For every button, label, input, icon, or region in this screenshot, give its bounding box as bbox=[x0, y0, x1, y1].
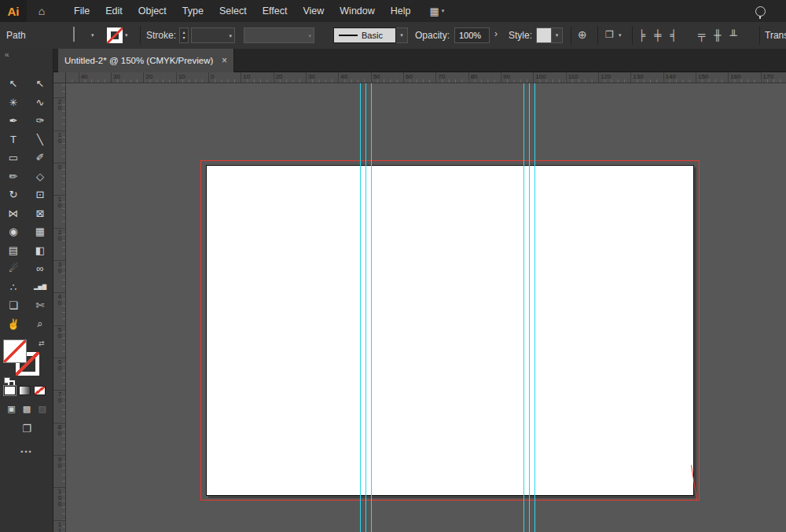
align-top-icon[interactable]: ╤ bbox=[698, 29, 705, 41]
paintbrush-tool[interactable]: ✐ bbox=[29, 150, 51, 166]
style-caret-button[interactable]: ▾ bbox=[552, 28, 563, 43]
width-profile-combo[interactable]: ▾ bbox=[244, 28, 314, 43]
style-swatch[interactable] bbox=[536, 28, 552, 43]
stroke-caret-icon[interactable]: ▾ bbox=[125, 32, 128, 39]
v-ruler-label: 10 bbox=[53, 195, 66, 209]
v-ruler-label: 70 bbox=[53, 390, 66, 404]
app-logo[interactable]: Ai bbox=[0, 0, 27, 22]
opacity-label[interactable]: Opacity: bbox=[415, 30, 450, 41]
arrange-caret-icon[interactable]: ▾ bbox=[619, 32, 622, 39]
direct-selection-tool[interactable]: ↖ bbox=[29, 76, 51, 92]
brush-definition-combo[interactable]: Basic bbox=[333, 28, 396, 43]
eyedropper-tool[interactable]: ☄ bbox=[2, 261, 24, 277]
arrange-documents-icon[interactable]: ❐ bbox=[605, 29, 614, 40]
slice-tool[interactable]: ✄ bbox=[29, 298, 51, 314]
gradient-tool[interactable]: ◧ bbox=[29, 242, 51, 258]
ruler-corner[interactable] bbox=[53, 72, 66, 83]
lasso-tool[interactable]: ∿ bbox=[29, 94, 51, 110]
draw-behind-icon[interactable]: ▩ bbox=[23, 404, 31, 414]
rectangle-tool[interactable]: ▭ bbox=[2, 150, 24, 166]
stroke-weight-combo[interactable]: ▾ bbox=[191, 28, 235, 43]
search-icon[interactable] bbox=[755, 6, 766, 17]
align-left-icon[interactable]: ╞ bbox=[638, 29, 645, 41]
screen-mode-button[interactable]: ❐ bbox=[0, 423, 53, 435]
guide[interactable] bbox=[371, 83, 372, 532]
menu-view[interactable]: View bbox=[295, 0, 332, 22]
home-icon[interactable]: ⌂ bbox=[31, 5, 52, 17]
swap-fill-stroke-icon[interactable]: ⇄ bbox=[39, 339, 45, 347]
rotate-tool[interactable]: ↻ bbox=[2, 187, 24, 203]
globe-icon[interactable]: ⊕ bbox=[578, 28, 587, 41]
zoom-tool[interactable]: ⌕ bbox=[29, 316, 51, 332]
free-transform-tool[interactable]: ⊠ bbox=[29, 205, 51, 221]
opacity-panel-arrow[interactable]: › bbox=[494, 28, 498, 39]
hand-tool[interactable]: ✌ bbox=[2, 316, 24, 332]
opacity-input[interactable]: 100% bbox=[454, 28, 490, 43]
context-label: Path bbox=[6, 30, 26, 41]
align-right-icon[interactable]: ╡ bbox=[670, 29, 677, 41]
blend-tool[interactable]: ∞ bbox=[29, 261, 51, 277]
document-tab[interactable]: Untitled-2* @ 150% (CMYK/Preview) × bbox=[58, 49, 234, 72]
guide[interactable] bbox=[360, 83, 361, 532]
menu-object[interactable]: Object bbox=[130, 0, 174, 22]
align-center-icon[interactable]: ╪ bbox=[654, 29, 661, 41]
magic-wand-tool[interactable]: ✳ bbox=[2, 94, 24, 110]
selection-tool[interactable]: ↖ bbox=[2, 76, 24, 92]
transform-link[interactable]: Transf bbox=[765, 30, 786, 41]
stepper-up-icon[interactable]: ▴ bbox=[182, 30, 185, 35]
curvature-tool[interactable]: ✑ bbox=[29, 113, 51, 129]
type-tool[interactable]: T bbox=[2, 131, 24, 147]
shape-builder-tool[interactable]: ◉ bbox=[2, 224, 24, 240]
draw-normal-icon[interactable]: ▣ bbox=[7, 404, 15, 414]
horizontal-ruler[interactable]: 4030201001020304050607080901001101201301… bbox=[66, 72, 786, 83]
gradient-button[interactable] bbox=[19, 386, 31, 395]
menu-file[interactable]: File bbox=[66, 0, 97, 22]
menu-help[interactable]: Help bbox=[383, 0, 419, 22]
default-fill-stroke-icon[interactable] bbox=[4, 377, 14, 386]
align-middle-icon[interactable]: ╫ bbox=[714, 29, 721, 41]
vertical-ruler[interactable]: 20100102030405060708090100110 bbox=[53, 83, 66, 532]
guide[interactable] bbox=[529, 83, 530, 532]
collapse-panel-button[interactable]: « bbox=[5, 50, 9, 59]
guide[interactable] bbox=[365, 83, 366, 532]
shaper-tool[interactable]: ◇ bbox=[29, 168, 51, 184]
pencil-tool[interactable]: ✏ bbox=[2, 168, 24, 184]
none-button[interactable] bbox=[34, 386, 46, 395]
menu-window[interactable]: Window bbox=[332, 0, 382, 22]
line-segment-tool[interactable]: ╲ bbox=[29, 131, 51, 147]
perspective-grid-tool[interactable]: ▦ bbox=[29, 224, 51, 240]
width-tool[interactable]: ⋈ bbox=[2, 205, 24, 221]
h-ruler-label: 30 bbox=[111, 72, 120, 83]
column-graph-tool[interactable]: ▂▅▇ bbox=[29, 279, 51, 295]
fill-caret-icon[interactable]: ▾ bbox=[91, 32, 94, 39]
draw-inside-icon[interactable]: ▨ bbox=[38, 404, 46, 414]
artboard-tool[interactable]: ❏ bbox=[2, 298, 24, 314]
pen-tool[interactable]: ✒ bbox=[2, 113, 24, 129]
menu-type[interactable]: Type bbox=[174, 0, 211, 22]
menu-select[interactable]: Select bbox=[211, 0, 255, 22]
tab-close-icon[interactable]: × bbox=[222, 55, 227, 66]
fill-color-swatch[interactable] bbox=[73, 27, 75, 42]
scale-tool[interactable]: ⊡ bbox=[29, 187, 51, 203]
workspace-switcher[interactable]: ▦ ▾ bbox=[430, 6, 445, 17]
stroke-color-swatch[interactable] bbox=[107, 28, 123, 43]
h-ruler-label: 90 bbox=[501, 72, 510, 83]
color-button[interactable] bbox=[4, 386, 16, 395]
brush-caret-button[interactable]: ▾ bbox=[396, 28, 408, 43]
align-bottom-icon[interactable]: ╨ bbox=[729, 29, 736, 41]
menu-effect[interactable]: Effect bbox=[255, 0, 296, 22]
guide[interactable] bbox=[523, 83, 524, 532]
menu-edit[interactable]: Edit bbox=[97, 0, 130, 22]
more-tools-button[interactable]: ••• bbox=[0, 448, 53, 456]
h-ruler-label: 100 bbox=[533, 72, 545, 83]
v-ruler-label: 50 bbox=[53, 325, 66, 339]
pasteboard[interactable] bbox=[66, 83, 786, 532]
h-ruler-label: 170 bbox=[761, 72, 773, 83]
guide[interactable] bbox=[534, 83, 535, 532]
fill-stroke-indicator: ⇄ bbox=[0, 338, 53, 387]
stepper-down-icon[interactable]: ▾ bbox=[182, 35, 185, 41]
stroke-weight-stepper[interactable]: ▴ ▾ bbox=[179, 28, 189, 43]
mesh-tool[interactable]: ▤ bbox=[2, 242, 24, 258]
symbol-sprayer-tool[interactable]: ∴ bbox=[2, 279, 24, 295]
fill-swatch[interactable] bbox=[3, 339, 27, 363]
